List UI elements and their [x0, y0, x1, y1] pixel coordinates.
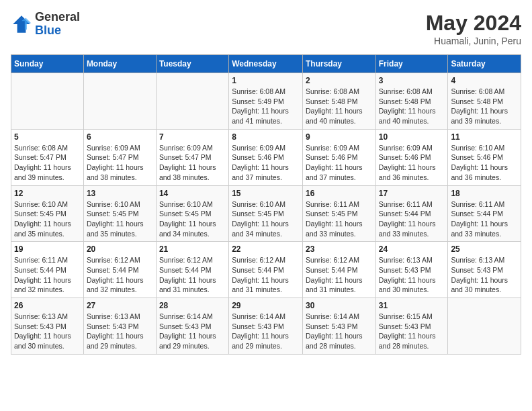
day-info: Sunrise: 6:12 AMSunset: 5:44 PMDaylight:…	[232, 255, 300, 295]
day-number: 22	[232, 244, 300, 254]
col-header-saturday: Saturday	[448, 55, 521, 73]
day-info: Sunrise: 6:12 AMSunset: 5:44 PMDaylight:…	[306, 255, 373, 295]
day-info: Sunrise: 6:09 AMSunset: 5:47 PMDaylight:…	[159, 143, 226, 183]
day-number: 27	[87, 301, 153, 310]
day-number: 10	[379, 132, 445, 142]
day-info: Sunrise: 6:11 AMSunset: 5:45 PMDaylight:…	[306, 199, 373, 239]
day-info: Sunrise: 6:11 AMSunset: 5:44 PMDaylight:…	[14, 255, 81, 295]
day-info: Sunrise: 6:08 AMSunset: 5:48 PMDaylight:…	[379, 87, 445, 126]
calendar-cell: 12Sunrise: 6:10 AMSunset: 5:45 PMDayligh…	[11, 185, 84, 242]
day-number: 19	[14, 244, 81, 254]
calendar-cell: 11Sunrise: 6:10 AMSunset: 5:46 PMDayligh…	[448, 129, 521, 185]
header: General Blue May 2024 Huamali, Junin, Pe…	[11, 11, 521, 46]
day-number: 8	[232, 132, 300, 142]
calendar-cell: 17Sunrise: 6:11 AMSunset: 5:44 PMDayligh…	[375, 185, 448, 242]
day-number: 31	[379, 301, 445, 310]
day-number: 28	[159, 301, 226, 310]
calendar-cell: 18Sunrise: 6:11 AMSunset: 5:44 PMDayligh…	[448, 185, 521, 242]
day-number: 15	[232, 189, 300, 198]
day-number: 18	[451, 189, 518, 198]
col-header-tuesday: Tuesday	[156, 55, 228, 73]
day-info: Sunrise: 6:10 AMSunset: 5:45 PMDaylight:…	[87, 199, 153, 239]
day-number: 29	[232, 301, 300, 310]
calendar-cell: 23Sunrise: 6:12 AMSunset: 5:44 PMDayligh…	[302, 242, 375, 298]
col-header-wednesday: Wednesday	[229, 55, 303, 73]
day-info: Sunrise: 6:11 AMSunset: 5:44 PMDaylight:…	[379, 199, 445, 239]
day-info: Sunrise: 6:08 AMSunset: 5:47 PMDaylight:…	[14, 143, 81, 183]
calendar-cell: 25Sunrise: 6:13 AMSunset: 5:43 PMDayligh…	[448, 242, 521, 298]
main-title: May 2024	[426, 11, 521, 36]
col-header-monday: Monday	[83, 55, 156, 73]
week-row-1: 1Sunrise: 6:08 AMSunset: 5:49 PMDaylight…	[11, 73, 521, 130]
day-number: 16	[306, 189, 373, 198]
calendar-cell	[448, 298, 521, 355]
day-number: 21	[159, 244, 226, 254]
calendar-cell: 16Sunrise: 6:11 AMSunset: 5:45 PMDayligh…	[302, 185, 375, 242]
logo-text: General Blue	[35, 11, 80, 38]
day-info: Sunrise: 6:14 AMSunset: 5:43 PMDaylight:…	[232, 312, 300, 351]
day-info: Sunrise: 6:15 AMSunset: 5:43 PMDaylight:…	[379, 312, 445, 351]
calendar-cell: 2Sunrise: 6:08 AMSunset: 5:48 PMDaylight…	[302, 73, 375, 130]
day-info: Sunrise: 6:10 AMSunset: 5:45 PMDaylight:…	[232, 199, 300, 239]
col-header-thursday: Thursday	[302, 55, 375, 73]
title-area: May 2024 Huamali, Junin, Peru	[426, 11, 521, 46]
day-number: 6	[87, 132, 153, 142]
day-info: Sunrise: 6:14 AMSunset: 5:43 PMDaylight:…	[306, 312, 373, 351]
week-row-5: 26Sunrise: 6:13 AMSunset: 5:43 PMDayligh…	[11, 298, 521, 355]
week-row-3: 12Sunrise: 6:10 AMSunset: 5:45 PMDayligh…	[11, 185, 521, 242]
calendar-cell: 1Sunrise: 6:08 AMSunset: 5:49 PMDaylight…	[229, 73, 303, 130]
day-info: Sunrise: 6:08 AMSunset: 5:48 PMDaylight:…	[451, 87, 518, 126]
logo-icon	[11, 13, 32, 35]
calendar-cell: 9Sunrise: 6:09 AMSunset: 5:46 PMDaylight…	[302, 129, 375, 185]
calendar-cell: 5Sunrise: 6:08 AMSunset: 5:47 PMDaylight…	[11, 129, 84, 185]
logo: General Blue	[11, 11, 80, 38]
day-info: Sunrise: 6:08 AMSunset: 5:48 PMDaylight:…	[306, 87, 373, 126]
calendar-cell: 8Sunrise: 6:09 AMSunset: 5:46 PMDaylight…	[229, 129, 303, 185]
calendar-cell: 15Sunrise: 6:10 AMSunset: 5:45 PMDayligh…	[229, 185, 303, 242]
day-number: 1	[232, 76, 300, 85]
week-row-2: 5Sunrise: 6:08 AMSunset: 5:47 PMDaylight…	[11, 129, 521, 185]
day-number: 30	[306, 301, 373, 310]
day-info: Sunrise: 6:09 AMSunset: 5:46 PMDaylight:…	[306, 143, 373, 183]
calendar-cell: 13Sunrise: 6:10 AMSunset: 5:45 PMDayligh…	[83, 185, 156, 242]
day-info: Sunrise: 6:14 AMSunset: 5:43 PMDaylight:…	[159, 312, 226, 351]
calendar-cell: 14Sunrise: 6:10 AMSunset: 5:45 PMDayligh…	[156, 185, 228, 242]
calendar-cell: 20Sunrise: 6:12 AMSunset: 5:44 PMDayligh…	[83, 242, 156, 298]
svg-marker-0	[13, 15, 30, 33]
day-number: 17	[379, 189, 445, 198]
day-number: 14	[159, 189, 226, 198]
calendar-cell: 3Sunrise: 6:08 AMSunset: 5:48 PMDaylight…	[375, 73, 448, 130]
day-info: Sunrise: 6:13 AMSunset: 5:43 PMDaylight:…	[379, 255, 445, 295]
day-number: 13	[87, 189, 153, 198]
day-number: 20	[87, 244, 153, 254]
day-info: Sunrise: 6:11 AMSunset: 5:44 PMDaylight:…	[451, 199, 518, 239]
calendar-cell	[156, 73, 228, 130]
day-number: 11	[451, 132, 518, 142]
day-info: Sunrise: 6:12 AMSunset: 5:44 PMDaylight:…	[159, 255, 226, 295]
day-info: Sunrise: 6:09 AMSunset: 5:47 PMDaylight:…	[87, 143, 153, 183]
day-number: 3	[379, 76, 445, 85]
day-number: 25	[451, 244, 518, 254]
calendar-header-row: SundayMondayTuesdayWednesdayThursdayFrid…	[11, 55, 521, 73]
calendar-cell	[83, 73, 156, 130]
calendar-cell: 7Sunrise: 6:09 AMSunset: 5:47 PMDaylight…	[156, 129, 228, 185]
day-info: Sunrise: 6:09 AMSunset: 5:46 PMDaylight:…	[379, 143, 445, 183]
day-info: Sunrise: 6:08 AMSunset: 5:49 PMDaylight:…	[232, 87, 300, 126]
week-row-4: 19Sunrise: 6:11 AMSunset: 5:44 PMDayligh…	[11, 242, 521, 298]
calendar-cell: 27Sunrise: 6:13 AMSunset: 5:43 PMDayligh…	[83, 298, 156, 355]
calendar-cell: 24Sunrise: 6:13 AMSunset: 5:43 PMDayligh…	[375, 242, 448, 298]
calendar-cell: 21Sunrise: 6:12 AMSunset: 5:44 PMDayligh…	[156, 242, 228, 298]
calendar-cell: 22Sunrise: 6:12 AMSunset: 5:44 PMDayligh…	[229, 242, 303, 298]
calendar-cell: 29Sunrise: 6:14 AMSunset: 5:43 PMDayligh…	[229, 298, 303, 355]
day-number: 26	[14, 301, 81, 310]
day-info: Sunrise: 6:13 AMSunset: 5:43 PMDaylight:…	[451, 255, 518, 295]
day-number: 7	[159, 132, 226, 142]
col-header-sunday: Sunday	[11, 55, 84, 73]
subtitle: Huamali, Junin, Peru	[426, 36, 521, 46]
day-number: 2	[306, 76, 373, 85]
calendar-cell: 31Sunrise: 6:15 AMSunset: 5:43 PMDayligh…	[375, 298, 448, 355]
calendar-cell: 26Sunrise: 6:13 AMSunset: 5:43 PMDayligh…	[11, 298, 84, 355]
calendar-cell: 19Sunrise: 6:11 AMSunset: 5:44 PMDayligh…	[11, 242, 84, 298]
calendar-cell	[11, 73, 84, 130]
day-number: 4	[451, 76, 518, 85]
